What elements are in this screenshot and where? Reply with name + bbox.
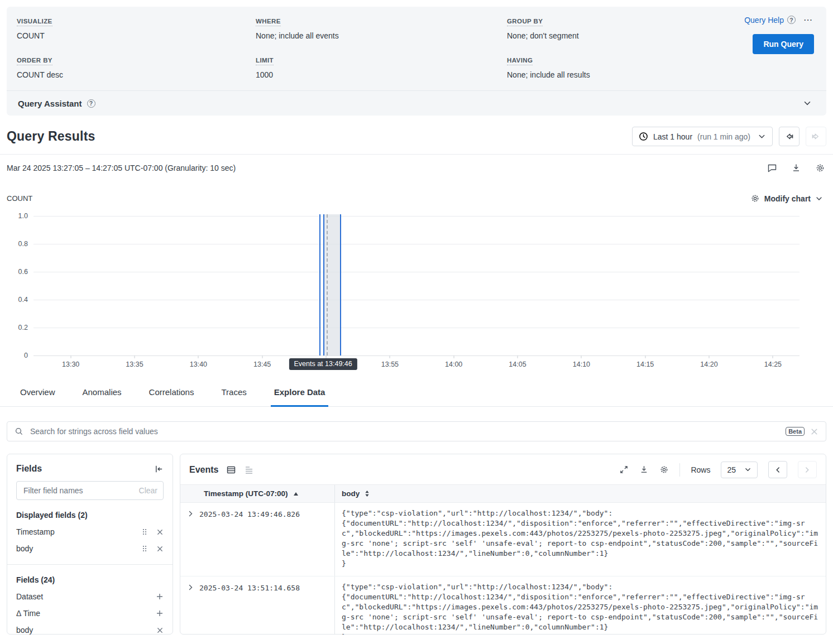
chevron-down-icon	[744, 466, 751, 473]
chart-plot-area: 1.0 0.8 0.6 0.4 0.2 0	[7, 216, 826, 355]
download-results-button[interactable]	[791, 163, 801, 173]
hover-dashed-line	[327, 214, 328, 355]
next-page-button[interactable]	[798, 461, 817, 478]
y-tick-label: 0	[24, 352, 28, 359]
order-by-value[interactable]: COUNT desc	[17, 70, 256, 79]
run-query-button[interactable]: Run Query	[753, 34, 814, 54]
x-tick-mark	[262, 355, 262, 358]
comment-button[interactable]	[767, 163, 777, 173]
sort-both-icon	[365, 490, 370, 497]
x-tick-mark	[517, 355, 518, 358]
time-range-dropdown[interactable]: Last 1 hour (run 1 min ago)	[632, 127, 773, 146]
download-events-button[interactable]	[639, 465, 649, 474]
expand-icon	[619, 465, 629, 474]
chevron-down-icon	[758, 132, 766, 141]
query-actions: Query Help ⋯ Run Query	[719, 16, 814, 79]
y-axis-labels: 1.0 0.8 0.6 0.4 0.2 0	[7, 216, 33, 355]
field-row[interactable]: Dataset	[7, 588, 173, 605]
limit-clause[interactable]: LIMIT 1000	[256, 55, 507, 79]
next-query-button[interactable]	[806, 127, 826, 146]
query-assistant-bar[interactable]: Query Assistant	[7, 90, 826, 116]
gridline	[33, 244, 800, 244]
all-fields-title: Fields (24)	[7, 565, 173, 588]
explore-data-panels: Fields Clear Displayed fields (2) Timest…	[7, 454, 826, 635]
remove-field-button[interactable]	[156, 528, 164, 536]
visualize-clause[interactable]: VISUALIZE COUNT	[17, 16, 256, 40]
tab-overview[interactable]: Overview	[17, 387, 59, 407]
having-label: HAVING	[507, 57, 533, 65]
having-value[interactable]: None; include all results	[507, 70, 719, 79]
x-tick-label: 14:25	[764, 361, 782, 368]
field-name: body	[16, 544, 133, 553]
add-field-button[interactable]	[156, 609, 164, 617]
x-tick-mark	[198, 355, 199, 358]
field-row[interactable]: body	[7, 622, 173, 635]
search-icon	[15, 427, 23, 436]
field-filter-input[interactable]	[22, 486, 135, 496]
chart-canvas[interactable]	[33, 216, 800, 355]
query-assistant-title: Query Assistant	[18, 99, 82, 108]
more-options-button[interactable]: ⋯	[802, 15, 814, 25]
chevron-right-icon	[187, 584, 194, 591]
event-row[interactable]: 2025-03-24 13:51:14.658 {"type":"csp-vio…	[180, 576, 826, 635]
table-view-button[interactable]	[226, 465, 236, 475]
where-clause[interactable]: WHERE None; include all events	[256, 16, 507, 40]
list-view-button[interactable]	[244, 465, 254, 475]
clear-filter-button[interactable]: Clear	[139, 486, 157, 495]
query-help-link[interactable]: Query Help	[744, 16, 796, 25]
drag-handle[interactable]	[142, 545, 147, 552]
chevron-down-icon	[803, 99, 812, 108]
displayed-fields-title: Displayed fields (2)	[7, 500, 173, 523]
tab-explore-data[interactable]: Explore Data	[271, 387, 329, 407]
limit-value[interactable]: 1000	[256, 70, 507, 79]
visualize-value[interactable]: COUNT	[17, 31, 256, 40]
events-settings-button[interactable]	[659, 465, 669, 474]
add-field-button[interactable]	[156, 593, 164, 600]
x-tick-mark	[134, 355, 135, 358]
modify-chart-label: Modify chart	[764, 194, 811, 203]
visualize-label: VISUALIZE	[17, 18, 52, 26]
remove-field-button[interactable]	[156, 545, 164, 552]
beta-badge: Beta	[786, 427, 805, 436]
body-column-header[interactable]: body	[334, 485, 826, 502]
timestamp-column-header[interactable]: Timestamp (UTC-07:00)	[180, 485, 334, 502]
gridline	[33, 328, 800, 328]
where-value[interactable]: None; include all events	[256, 31, 507, 40]
displayed-field-row[interactable]: Timestamp	[7, 523, 173, 540]
order-by-clause[interactable]: ORDER BY COUNT desc	[17, 55, 256, 79]
displayed-field-row[interactable]: body	[7, 540, 173, 557]
group-by-clause[interactable]: GROUP BY None; don't segment	[507, 16, 719, 40]
expand-row-button[interactable]	[180, 503, 199, 517]
x-tick-mark	[390, 355, 390, 358]
having-clause[interactable]: HAVING None; include all results	[507, 55, 719, 79]
rows-per-page-select[interactable]: 25	[721, 462, 758, 478]
field-name: Δ Time	[16, 609, 147, 618]
results-settings-button[interactable]	[815, 163, 825, 173]
collapse-fields-button[interactable]	[154, 464, 164, 474]
search-close-button[interactable]	[810, 427, 818, 436]
timestamp-column-label: Timestamp (UTC-07:00)	[204, 489, 288, 498]
tab-correlations[interactable]: Correlations	[146, 387, 198, 407]
event-row[interactable]: 2025-03-24 13:49:46.826 {"type":"csp-vio…	[180, 503, 826, 576]
where-label: WHERE	[256, 18, 281, 26]
tab-anomalies[interactable]: Anomalies	[79, 387, 125, 407]
expand-row-button[interactable]	[180, 576, 199, 591]
chart-tooltip: Events at 13:49:46	[289, 358, 357, 370]
events-header: Events Rows 25	[180, 454, 826, 484]
drag-handle[interactable]	[142, 528, 147, 536]
assistant-expand-button[interactable]	[800, 98, 815, 108]
group-by-value[interactable]: None; don't segment	[507, 31, 719, 40]
field-row[interactable]: Δ Time	[7, 605, 173, 622]
x-tick-mark	[773, 355, 773, 358]
previous-page-button[interactable]	[768, 461, 787, 478]
chart-title: COUNT	[7, 194, 32, 203]
expand-events-button[interactable]	[619, 465, 629, 474]
time-range-note: (run 1 min ago)	[697, 132, 750, 141]
modify-chart-button[interactable]: Modify chart	[747, 193, 826, 204]
close-icon	[156, 627, 164, 634]
previous-query-button[interactable]	[779, 127, 800, 146]
query-builder-card: VISUALIZE COUNT WHERE None; include all …	[7, 7, 826, 116]
search-input[interactable]	[29, 426, 780, 436]
tab-traces[interactable]: Traces	[218, 387, 250, 407]
remove-field-button[interactable]	[156, 627, 164, 634]
